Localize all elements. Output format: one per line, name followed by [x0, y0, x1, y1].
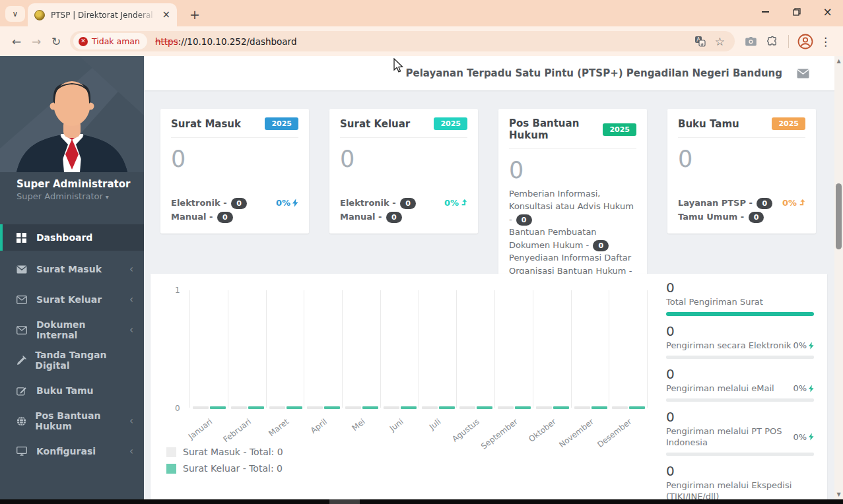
sidebar-item-konfigurasi[interactable]: Konfigurasi ‹ — [0, 436, 144, 466]
card-pos-bantuan-hukum: Pos Bantuan Hukum 2025 0 Pemberian Infor… — [498, 109, 647, 300]
sidebar-item-surat-masuk[interactable]: Surat Masuk ‹ — [0, 254, 144, 284]
mail-icon[interactable] — [797, 69, 809, 79]
translate-icon[interactable]: A — [694, 36, 706, 47]
bar-surat-masuk — [574, 406, 590, 409]
browser-tab[interactable]: PTSP | Direktorat Jenderal Bada × — [28, 3, 177, 26]
count-badge: 0 — [593, 240, 609, 251]
address-bar[interactable]: ✕ Tidak aman https://10.10.10.252/dashbo… — [70, 31, 735, 51]
chart-legend: Surat Masuk - Total: 0 Surat Keluar - To… — [166, 447, 283, 480]
sidebar-item-label: Dashboard — [36, 232, 92, 243]
stat-value: 0 — [666, 367, 814, 381]
new-tab-button[interactable]: + — [186, 6, 203, 23]
reload-button[interactable]: ↻ — [46, 32, 66, 51]
sidebar-menu: Dashboard Surat Masuk ‹ Surat Keluar ‹ — [0, 224, 144, 466]
bar-surat-keluar — [210, 406, 226, 409]
stat-label: Pengiriman melalui Ekspedisi (TIKI/JNE/d… — [666, 480, 814, 502]
chart-month-column — [228, 290, 266, 408]
bar-surat-keluar — [477, 406, 492, 409]
count-badge: 0 — [757, 198, 772, 209]
security-chip[interactable]: ✕ Tidak aman — [73, 33, 147, 49]
card-surat-keluar: Surat Keluar 2025 0 0% Elektronik - 0 Ma… — [329, 109, 478, 234]
month-label: Februari — [221, 417, 253, 444]
legend-item-surat-keluar[interactable]: Surat Keluar - Total: 0 — [166, 463, 283, 474]
year-badge: 2025 — [772, 117, 805, 130]
level-up-icon — [461, 199, 467, 206]
sidebar-item-dokumen-internal[interactable]: Dokumen Internal ‹ — [0, 315, 144, 345]
year-badge: 2025 — [265, 117, 298, 130]
back-button[interactable]: ← — [7, 32, 26, 51]
window-controls: × — [750, 0, 843, 24]
scroll-down-icon[interactable]: ▼ — [834, 491, 843, 497]
sidebar-item-tanda-tangan-digital[interactable]: Tanda Tangan Digital — [0, 345, 144, 375]
tab-close-icon[interactable]: × — [162, 10, 170, 20]
chevron-left-icon: ‹ — [129, 415, 133, 427]
page-scrollbar[interactable]: ▲ ▼ — [834, 56, 843, 499]
page-title: Pelayanan Terpadu Satu Pintu (PTSP+) Pen… — [406, 67, 783, 79]
extensions-puzzle-icon[interactable] — [766, 36, 778, 47]
sidebar-item-dashboard[interactable]: Dashboard — [0, 224, 144, 251]
chart-month-column — [609, 290, 647, 408]
stat-label: Pengiriman melalui eMail — [666, 383, 774, 394]
page-header: Pelayanan Terpadu Satu Pintu (PTSP+) Pen… — [144, 56, 843, 90]
forward-button[interactable]: → — [26, 32, 46, 51]
bar-surat-keluar — [553, 406, 569, 409]
scroll-up-icon[interactable]: ▲ — [834, 58, 843, 64]
sidebar-item-surat-keluar[interactable]: Surat Keluar ‹ — [0, 284, 144, 315]
card-title: Surat Masuk — [171, 118, 241, 130]
chart-month-column — [419, 290, 457, 408]
count-badge: 0 — [516, 214, 532, 226]
card-value: 0 — [509, 158, 636, 183]
taskbar-edge — [0, 499, 843, 504]
scrollbar-thumb[interactable] — [836, 183, 842, 249]
url-protocol: https — [155, 36, 178, 47]
close-button[interactable]: × — [812, 0, 843, 24]
legend-label: Surat Keluar - Total: 0 — [183, 463, 283, 474]
y-axis-tick: 1 — [175, 286, 180, 295]
year-badge: 2025 — [603, 123, 636, 136]
progress-bar — [666, 398, 814, 402]
camera-icon[interactable] — [745, 36, 757, 47]
restore-button[interactable] — [781, 0, 812, 24]
card-title: Pos Bantuan Hukum — [509, 117, 603, 141]
sidebar-item-pos-bantuan-hukum[interactable]: Pos Bantuan Hukum ‹ — [0, 406, 144, 436]
bar-surat-masuk — [193, 406, 209, 409]
month-label: Agustus — [450, 417, 481, 444]
sidebar-item-buku-tamu[interactable]: Buku Tamu — [0, 375, 144, 406]
month-label: Januari — [187, 417, 215, 441]
minimize-button[interactable] — [750, 0, 781, 24]
chart-month-column — [571, 290, 609, 408]
profile-avatar-icon[interactable] — [797, 34, 813, 49]
count-badge: 0 — [217, 212, 233, 223]
stat-item: 0 Pengiriman melalui PT POS Indonesia 0% — [666, 410, 814, 456]
bar-surat-keluar — [439, 406, 455, 409]
legend-swatch — [166, 464, 176, 474]
count-badge: 0 — [231, 198, 247, 209]
bar-surat-masuk — [384, 406, 399, 409]
bookmark-star-icon[interactable]: ☆ — [715, 35, 725, 48]
bar-surat-keluar — [629, 406, 645, 409]
chart-month-column — [456, 290, 494, 408]
stat-label: Pengiriman melalui PT POS Indonesia — [666, 425, 793, 448]
bar-surat-masuk — [612, 406, 628, 409]
tab-search-button[interactable]: ∨ — [5, 6, 25, 22]
level-up-icon — [799, 199, 805, 206]
url-text[interactable]: https://10.10.10.252/dashboard — [155, 36, 690, 47]
user-role-dropdown[interactable]: Super Administrator▾ — [17, 191, 144, 201]
stat-item: 0 Pengiriman melalui Ekspedisi (TIKI/JNE… — [666, 464, 814, 504]
legend-item-surat-masuk[interactable]: Surat Masuk - Total: 0 — [166, 447, 283, 457]
sidebar-item-label: Buku Tamu — [36, 385, 94, 396]
card-buku-tamu: Buku Tamu 2025 0 0% Layanan PTSP - 0 Tam… — [667, 109, 816, 234]
bar-surat-masuk — [345, 406, 361, 409]
stat-cards-row: Surat Masuk 2025 0 0% Elektronik - 0 Man… — [160, 109, 816, 300]
chevron-left-icon: ‹ — [129, 324, 133, 336]
browser-menu-icon[interactable]: ⋮ — [820, 35, 831, 48]
avatar — [0, 56, 144, 172]
count-badge: 0 — [749, 212, 764, 223]
sidebar-item-label: Konfigurasi — [36, 446, 96, 457]
bar-surat-keluar — [591, 406, 607, 409]
year-badge: 2025 — [434, 117, 467, 130]
legend-label: Surat Masuk - Total: 0 — [183, 447, 283, 457]
card-title: Buku Tamu — [678, 118, 739, 130]
card-footer: 0% Elektronik - 0 Manual - 0 — [340, 196, 467, 224]
month-label: Oktober — [527, 417, 558, 444]
